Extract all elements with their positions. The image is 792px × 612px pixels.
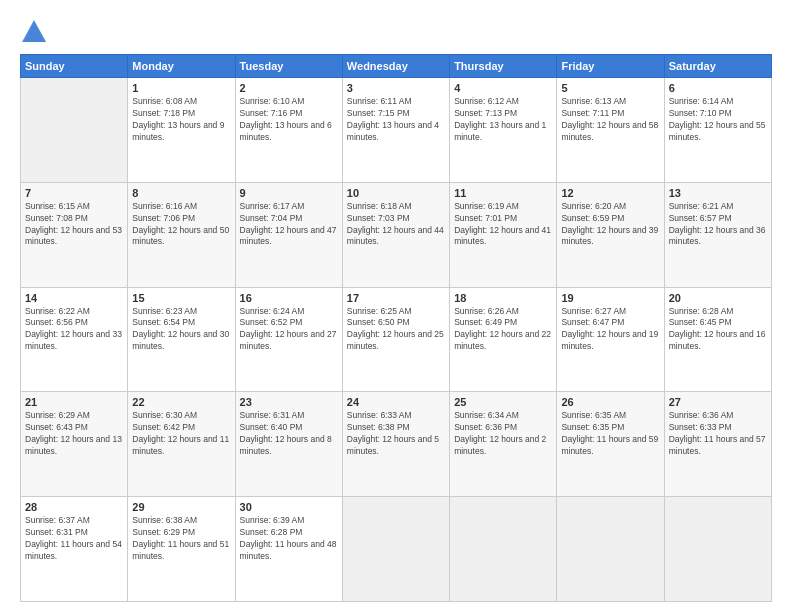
day-number: 8 — [132, 187, 230, 199]
day-number: 1 — [132, 82, 230, 94]
day-cell: 30Sunrise: 6:39 AMSunset: 6:28 PMDayligh… — [235, 497, 342, 602]
day-number: 17 — [347, 292, 445, 304]
day-number: 28 — [25, 501, 123, 513]
day-number: 30 — [240, 501, 338, 513]
day-info: Sunrise: 6:33 AMSunset: 6:38 PMDaylight:… — [347, 410, 445, 458]
day-info: Sunrise: 6:12 AMSunset: 7:13 PMDaylight:… — [454, 96, 552, 144]
day-number: 26 — [561, 396, 659, 408]
day-cell: 13Sunrise: 6:21 AMSunset: 6:57 PMDayligh… — [664, 182, 771, 287]
day-info: Sunrise: 6:30 AMSunset: 6:42 PMDaylight:… — [132, 410, 230, 458]
day-info: Sunrise: 6:27 AMSunset: 6:47 PMDaylight:… — [561, 306, 659, 354]
day-cell: 23Sunrise: 6:31 AMSunset: 6:40 PMDayligh… — [235, 392, 342, 497]
day-number: 27 — [669, 396, 767, 408]
day-number: 7 — [25, 187, 123, 199]
day-cell — [450, 497, 557, 602]
day-header-sunday: Sunday — [21, 55, 128, 78]
day-cell: 3Sunrise: 6:11 AMSunset: 7:15 PMDaylight… — [342, 78, 449, 183]
day-header-tuesday: Tuesday — [235, 55, 342, 78]
day-info: Sunrise: 6:13 AMSunset: 7:11 PMDaylight:… — [561, 96, 659, 144]
day-number: 23 — [240, 396, 338, 408]
day-cell: 8Sunrise: 6:16 AMSunset: 7:06 PMDaylight… — [128, 182, 235, 287]
svg-marker-1 — [24, 22, 46, 42]
day-number: 18 — [454, 292, 552, 304]
day-cell: 25Sunrise: 6:34 AMSunset: 6:36 PMDayligh… — [450, 392, 557, 497]
day-info: Sunrise: 6:21 AMSunset: 6:57 PMDaylight:… — [669, 201, 767, 249]
day-number: 6 — [669, 82, 767, 94]
day-info: Sunrise: 6:37 AMSunset: 6:31 PMDaylight:… — [25, 515, 123, 563]
day-number: 9 — [240, 187, 338, 199]
day-number: 5 — [561, 82, 659, 94]
day-header-friday: Friday — [557, 55, 664, 78]
day-cell: 24Sunrise: 6:33 AMSunset: 6:38 PMDayligh… — [342, 392, 449, 497]
day-info: Sunrise: 6:10 AMSunset: 7:16 PMDaylight:… — [240, 96, 338, 144]
day-info: Sunrise: 6:22 AMSunset: 6:56 PMDaylight:… — [25, 306, 123, 354]
day-cell: 28Sunrise: 6:37 AMSunset: 6:31 PMDayligh… — [21, 497, 128, 602]
day-header-row: SundayMondayTuesdayWednesdayThursdayFrid… — [21, 55, 772, 78]
day-number: 14 — [25, 292, 123, 304]
day-info: Sunrise: 6:26 AMSunset: 6:49 PMDaylight:… — [454, 306, 552, 354]
day-info: Sunrise: 6:16 AMSunset: 7:06 PMDaylight:… — [132, 201, 230, 249]
day-cell: 15Sunrise: 6:23 AMSunset: 6:54 PMDayligh… — [128, 287, 235, 392]
day-header-thursday: Thursday — [450, 55, 557, 78]
day-cell: 22Sunrise: 6:30 AMSunset: 6:42 PMDayligh… — [128, 392, 235, 497]
page: SundayMondayTuesdayWednesdayThursdayFrid… — [0, 0, 792, 612]
day-info: Sunrise: 6:19 AMSunset: 7:01 PMDaylight:… — [454, 201, 552, 249]
week-row-3: 14Sunrise: 6:22 AMSunset: 6:56 PMDayligh… — [21, 287, 772, 392]
day-number: 19 — [561, 292, 659, 304]
day-info: Sunrise: 6:18 AMSunset: 7:03 PMDaylight:… — [347, 201, 445, 249]
day-cell — [557, 497, 664, 602]
day-cell: 2Sunrise: 6:10 AMSunset: 7:16 PMDaylight… — [235, 78, 342, 183]
day-number: 13 — [669, 187, 767, 199]
day-header-wednesday: Wednesday — [342, 55, 449, 78]
day-number: 24 — [347, 396, 445, 408]
day-cell: 20Sunrise: 6:28 AMSunset: 6:45 PMDayligh… — [664, 287, 771, 392]
day-number: 4 — [454, 82, 552, 94]
day-number: 2 — [240, 82, 338, 94]
day-info: Sunrise: 6:23 AMSunset: 6:54 PMDaylight:… — [132, 306, 230, 354]
day-number: 3 — [347, 82, 445, 94]
day-info: Sunrise: 6:17 AMSunset: 7:04 PMDaylight:… — [240, 201, 338, 249]
day-number: 10 — [347, 187, 445, 199]
day-cell: 5Sunrise: 6:13 AMSunset: 7:11 PMDaylight… — [557, 78, 664, 183]
day-number: 22 — [132, 396, 230, 408]
day-number: 25 — [454, 396, 552, 408]
day-cell: 27Sunrise: 6:36 AMSunset: 6:33 PMDayligh… — [664, 392, 771, 497]
day-info: Sunrise: 6:34 AMSunset: 6:36 PMDaylight:… — [454, 410, 552, 458]
day-cell: 16Sunrise: 6:24 AMSunset: 6:52 PMDayligh… — [235, 287, 342, 392]
day-cell: 4Sunrise: 6:12 AMSunset: 7:13 PMDaylight… — [450, 78, 557, 183]
day-cell: 12Sunrise: 6:20 AMSunset: 6:59 PMDayligh… — [557, 182, 664, 287]
day-number: 29 — [132, 501, 230, 513]
logo — [20, 18, 52, 46]
day-number: 11 — [454, 187, 552, 199]
week-row-2: 7Sunrise: 6:15 AMSunset: 7:08 PMDaylight… — [21, 182, 772, 287]
day-cell — [664, 497, 771, 602]
day-number: 16 — [240, 292, 338, 304]
day-cell: 1Sunrise: 6:08 AMSunset: 7:18 PMDaylight… — [128, 78, 235, 183]
week-row-1: 1Sunrise: 6:08 AMSunset: 7:18 PMDaylight… — [21, 78, 772, 183]
day-header-saturday: Saturday — [664, 55, 771, 78]
day-info: Sunrise: 6:08 AMSunset: 7:18 PMDaylight:… — [132, 96, 230, 144]
day-info: Sunrise: 6:14 AMSunset: 7:10 PMDaylight:… — [669, 96, 767, 144]
day-info: Sunrise: 6:11 AMSunset: 7:15 PMDaylight:… — [347, 96, 445, 144]
day-info: Sunrise: 6:28 AMSunset: 6:45 PMDaylight:… — [669, 306, 767, 354]
day-number: 21 — [25, 396, 123, 408]
day-number: 12 — [561, 187, 659, 199]
day-info: Sunrise: 6:15 AMSunset: 7:08 PMDaylight:… — [25, 201, 123, 249]
day-cell: 9Sunrise: 6:17 AMSunset: 7:04 PMDaylight… — [235, 182, 342, 287]
day-cell: 7Sunrise: 6:15 AMSunset: 7:08 PMDaylight… — [21, 182, 128, 287]
day-cell: 14Sunrise: 6:22 AMSunset: 6:56 PMDayligh… — [21, 287, 128, 392]
day-cell: 10Sunrise: 6:18 AMSunset: 7:03 PMDayligh… — [342, 182, 449, 287]
day-cell: 29Sunrise: 6:38 AMSunset: 6:29 PMDayligh… — [128, 497, 235, 602]
day-number: 15 — [132, 292, 230, 304]
day-cell: 19Sunrise: 6:27 AMSunset: 6:47 PMDayligh… — [557, 287, 664, 392]
day-number: 20 — [669, 292, 767, 304]
day-cell: 6Sunrise: 6:14 AMSunset: 7:10 PMDaylight… — [664, 78, 771, 183]
day-cell: 26Sunrise: 6:35 AMSunset: 6:35 PMDayligh… — [557, 392, 664, 497]
day-cell: 18Sunrise: 6:26 AMSunset: 6:49 PMDayligh… — [450, 287, 557, 392]
day-info: Sunrise: 6:31 AMSunset: 6:40 PMDaylight:… — [240, 410, 338, 458]
day-info: Sunrise: 6:25 AMSunset: 6:50 PMDaylight:… — [347, 306, 445, 354]
day-cell — [21, 78, 128, 183]
day-cell: 17Sunrise: 6:25 AMSunset: 6:50 PMDayligh… — [342, 287, 449, 392]
day-info: Sunrise: 6:35 AMSunset: 6:35 PMDaylight:… — [561, 410, 659, 458]
day-info: Sunrise: 6:39 AMSunset: 6:28 PMDaylight:… — [240, 515, 338, 563]
